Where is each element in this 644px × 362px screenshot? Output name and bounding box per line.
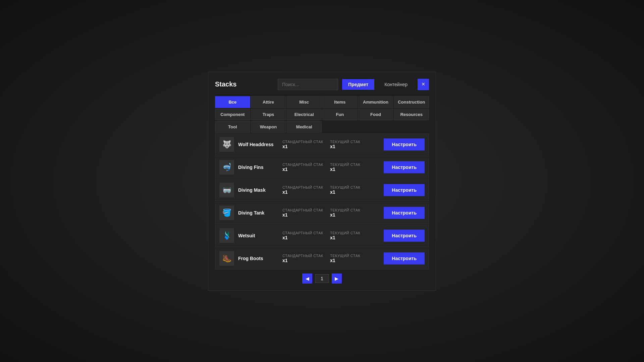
tab-medical[interactable]: Medical bbox=[286, 121, 322, 133]
tab-misc[interactable]: Misc bbox=[286, 96, 322, 108]
current-stack: Текущий стакx1 bbox=[330, 231, 374, 240]
current-stack-value: x1 bbox=[330, 258, 374, 263]
current-stack-label: Текущий стак bbox=[330, 163, 374, 167]
current-stack: Текущий стакx1 bbox=[330, 254, 374, 263]
configure-button[interactable]: Настроить bbox=[384, 252, 425, 264]
table-row: 🩱WetsuitСтандартный стакx1Текущий стакx1… bbox=[215, 225, 429, 247]
table-row: 🐺Wolf HeaddressСтандартный стакx1Текущий… bbox=[215, 133, 429, 156]
standard-stack-value: x1 bbox=[282, 258, 326, 263]
item-icon: 🥾 bbox=[219, 251, 234, 266]
tabs-row3: ToolWeaponMedical bbox=[215, 121, 429, 133]
standard-stack-label: Стандартный стак bbox=[282, 254, 326, 258]
tab-weapon[interactable]: Weapon bbox=[251, 121, 286, 133]
prev-page-button[interactable]: ◀ bbox=[302, 274, 312, 284]
item-name: Wetsuit bbox=[238, 233, 278, 238]
tab-electrical[interactable]: Electrical bbox=[286, 109, 322, 120]
current-stack-label: Текущий стак bbox=[330, 208, 374, 212]
current-stack: Текущий стакx1 bbox=[330, 185, 374, 195]
table-row: 🪣Diving TankСтандартный стакx1Текущий ст… bbox=[215, 202, 429, 224]
container-button[interactable]: Контейнер bbox=[378, 79, 414, 90]
standard-stack-label: Стандартный стак bbox=[282, 231, 326, 235]
item-icon: 🪣 bbox=[219, 205, 234, 220]
current-stack: Текущий стакx1 bbox=[330, 163, 374, 172]
stacks-panel: Stacks Предмет Контейнер × ВсеAttireMisc… bbox=[208, 72, 436, 291]
search-input[interactable] bbox=[278, 79, 338, 90]
current-stack-value: x1 bbox=[330, 189, 374, 195]
standard-stack: Стандартный стакx1 bbox=[282, 185, 326, 195]
standard-stack-label: Стандартный стак bbox=[282, 163, 326, 167]
configure-button[interactable]: Настроить bbox=[384, 184, 425, 196]
standard-stack-value: x1 bbox=[282, 212, 326, 218]
current-stack: Текущий стакx1 bbox=[330, 140, 374, 149]
standard-stack-value: x1 bbox=[282, 167, 326, 172]
standard-stack-label: Стандартный стак bbox=[282, 208, 326, 212]
item-name: Diving Tank bbox=[238, 210, 278, 216]
tabs-row2: ComponentTrapsElectricalFunFoodResources bbox=[215, 109, 429, 120]
current-stack: Текущий стакx1 bbox=[330, 208, 374, 218]
current-stack-label: Текущий стак bbox=[330, 254, 374, 258]
tab-food[interactable]: Food bbox=[358, 109, 393, 120]
pagination: ◀ 1 ▶ bbox=[215, 274, 429, 284]
item-name: Diving Mask bbox=[238, 187, 278, 193]
item-name: Wolf Headdress bbox=[238, 142, 278, 147]
configure-button[interactable]: Настроить bbox=[384, 161, 425, 173]
standard-stack-value: x1 bbox=[282, 144, 326, 149]
tab-resources[interactable]: Resources bbox=[394, 109, 429, 120]
current-stack-label: Текущий стак bbox=[330, 140, 374, 144]
standard-stack: Стандартный стакx1 bbox=[282, 254, 326, 263]
tabs-row1: ВсеAttireMiscItemsAmmunitionConstruction bbox=[215, 96, 429, 108]
table-row: 🥽Diving MaskСтандартный стакx1Текущий ст… bbox=[215, 179, 429, 201]
tab-все[interactable]: Все bbox=[215, 96, 250, 108]
standard-stack: Стандартный стакx1 bbox=[282, 231, 326, 240]
tab-ammunition[interactable]: Ammunition bbox=[358, 96, 393, 108]
item-name: Diving Fins bbox=[238, 165, 278, 170]
tab-attire[interactable]: Attire bbox=[251, 96, 286, 108]
panel-header: Stacks Предмет Контейнер × bbox=[215, 79, 429, 90]
configure-button[interactable]: Настроить bbox=[384, 207, 425, 219]
standard-stack-value: x1 bbox=[282, 189, 326, 195]
item-icon: 🐺 bbox=[219, 137, 234, 152]
tab-traps[interactable]: Traps bbox=[251, 109, 286, 120]
standard-stack-label: Стандартный стак bbox=[282, 185, 326, 189]
current-stack-value: x1 bbox=[330, 144, 374, 149]
tab-construction[interactable]: Construction bbox=[394, 96, 429, 108]
current-stack-value: x1 bbox=[330, 212, 374, 218]
item-icon: 🥽 bbox=[219, 183, 234, 197]
standard-stack-label: Стандартный стак bbox=[282, 140, 326, 144]
configure-button[interactable]: Настроить bbox=[384, 230, 425, 242]
table-row: 🤿Diving FinsСтандартный стакx1Текущий ст… bbox=[215, 156, 429, 178]
standard-stack-value: x1 bbox=[282, 235, 326, 240]
close-button[interactable]: × bbox=[418, 79, 429, 90]
tab-component[interactable]: Component bbox=[215, 109, 250, 120]
items-list: 🐺Wolf HeaddressСтандартный стакx1Текущий… bbox=[215, 133, 429, 269]
tab-items[interactable]: Items bbox=[322, 96, 358, 108]
tab-fun[interactable]: Fun bbox=[322, 109, 358, 120]
item-icon: 🤿 bbox=[219, 160, 234, 175]
standard-stack: Стандартный стакx1 bbox=[282, 208, 326, 218]
current-stack-label: Текущий стак bbox=[330, 231, 374, 235]
current-stack-value: x1 bbox=[330, 235, 374, 240]
item-icon: 🩱 bbox=[219, 228, 234, 243]
standard-stack: Стандартный стакx1 bbox=[282, 140, 326, 149]
item-button[interactable]: Предмет bbox=[342, 79, 374, 90]
page-number: 1 bbox=[315, 274, 329, 283]
tab-tool[interactable]: Tool bbox=[215, 121, 250, 133]
standard-stack: Стандартный стакx1 bbox=[282, 163, 326, 172]
panel-title: Stacks bbox=[215, 80, 274, 88]
table-row: 🥾Frog BootsСтандартный стакx1Текущий ста… bbox=[215, 247, 429, 269]
next-page-button[interactable]: ▶ bbox=[332, 274, 342, 284]
item-name: Frog Boots bbox=[238, 256, 278, 261]
configure-button[interactable]: Настроить bbox=[384, 138, 425, 150]
current-stack-label: Текущий стак bbox=[330, 185, 374, 189]
current-stack-value: x1 bbox=[330, 167, 374, 172]
